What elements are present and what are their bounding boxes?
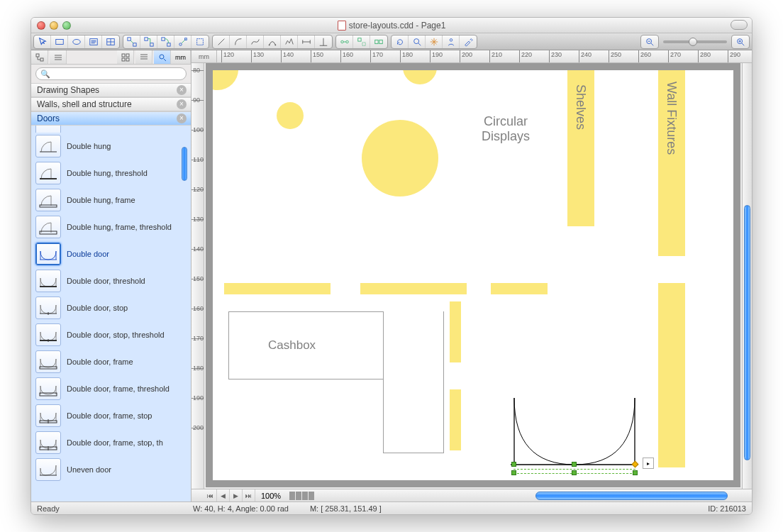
rectangle-tool[interactable] — [51, 35, 68, 48]
selection-handle[interactable] — [511, 470, 516, 475]
horizontal-scrollbar[interactable] — [318, 492, 736, 500]
vertical-ruler[interactable]: 8090100110120130140150160170180190200 — [191, 63, 204, 489]
list-view-button[interactable] — [50, 50, 67, 64]
category-drawing-shapes[interactable]: Drawing Shapes× — [31, 83, 191, 97]
arc-connector-tool[interactable] — [157, 35, 174, 48]
strip-shape[interactable] — [491, 283, 548, 294]
person-tool[interactable] — [443, 35, 460, 48]
close-icon[interactable]: × — [177, 85, 187, 95]
strip-shape[interactable] — [360, 283, 467, 294]
grid-view-button[interactable] — [117, 50, 134, 64]
shape-item[interactable] — [31, 126, 191, 133]
page-thumbs[interactable] — [289, 492, 314, 500]
selection-handle[interactable] — [572, 470, 577, 475]
detail-view-button[interactable] — [135, 50, 152, 64]
select-type-tool[interactable] — [353, 35, 370, 48]
circle-shape[interactable] — [403, 70, 437, 84]
shape-item[interactable]: Uneven door — [31, 456, 191, 483]
svg-point-36 — [450, 38, 452, 41]
shape-item[interactable]: Double hung, frame — [31, 187, 191, 214]
shape-item[interactable]: Double door, stop — [31, 294, 191, 321]
table-tool[interactable] — [102, 35, 119, 48]
zoom-in-button[interactable] — [732, 35, 749, 48]
multi-select-tool[interactable] — [370, 35, 387, 48]
smart-tag-button[interactable]: ▸ — [643, 458, 654, 469]
selection-handle[interactable] — [511, 462, 516, 467]
svg-line-43 — [742, 43, 745, 45]
pointer-tool[interactable] — [34, 35, 51, 48]
shape-thumb-icon — [35, 189, 61, 211]
pan-tool[interactable] — [426, 35, 443, 48]
search-view-button[interactable] — [154, 50, 171, 64]
shape-item[interactable]: Double door, threshold — [31, 267, 191, 294]
library-search-field[interactable]: 🔍 — [35, 67, 187, 80]
bezier-tool[interactable] — [264, 35, 281, 48]
zoom-readout[interactable]: 100% — [255, 492, 287, 500]
tree-view-button[interactable] — [31, 50, 48, 64]
page-prev-button[interactable]: ◀ — [217, 489, 230, 502]
wall-fixtures-shape[interactable] — [658, 283, 685, 467]
slider-thumb[interactable] — [689, 38, 697, 46]
crop-tool[interactable] — [191, 35, 209, 48]
strip-shape[interactable] — [450, 301, 461, 362]
horizontal-ruler[interactable]: 1201301401501601701801902002102202302402… — [217, 50, 752, 63]
zoom-out-button[interactable] — [641, 35, 658, 48]
shape-item-double-door[interactable]: Double door — [31, 240, 191, 267]
anchor-tool[interactable] — [174, 35, 191, 48]
zoom-tool[interactable] — [409, 35, 426, 48]
group-tools-segment — [335, 35, 388, 49]
circle-shape[interactable] — [213, 70, 238, 90]
shape-item[interactable]: Double door, frame — [31, 348, 191, 375]
shape-label: Double hung, threshold — [67, 169, 148, 177]
page-next-button[interactable]: ▶ — [230, 489, 243, 502]
circle-shape[interactable] — [277, 102, 304, 129]
arc-tool[interactable] — [230, 35, 247, 48]
shape-item[interactable]: Double door, frame, stop — [31, 402, 191, 429]
perpendicular-tool[interactable] — [315, 35, 332, 48]
search-input[interactable] — [53, 70, 182, 78]
svg-rect-51 — [122, 54, 125, 57]
sidebar-scrollbar[interactable] — [179, 147, 189, 253]
strip-shape[interactable] — [450, 389, 461, 450]
cashbox-shape[interactable] — [383, 311, 444, 453]
polyline-tool[interactable] — [281, 35, 298, 48]
spline-tool[interactable] — [247, 35, 264, 48]
shape-item[interactable]: Double door, frame, stop, th — [31, 429, 191, 456]
eyedropper-tool[interactable] — [460, 35, 477, 48]
shape-item[interactable]: Double hung, frame, threshold — [31, 214, 191, 240]
svg-line-19 — [218, 38, 224, 45]
smart-connector-tool[interactable] — [140, 35, 157, 48]
line-tool[interactable] — [213, 35, 230, 48]
close-icon[interactable]: × — [177, 113, 187, 123]
shape-item[interactable]: Double hung — [31, 133, 191, 160]
canvas[interactable]: Circular Displays Shelves Wall Fixtures — [204, 63, 752, 489]
selection-handle[interactable] — [633, 470, 638, 475]
category-walls[interactable]: Walls, shell and structure× — [31, 97, 191, 111]
direct-connector-tool[interactable] — [123, 35, 140, 48]
shape-item[interactable]: Double hung, threshold — [31, 160, 191, 187]
zoom-slider-group — [640, 35, 750, 49]
strip-shape[interactable] — [224, 283, 331, 294]
note-tool[interactable] — [85, 35, 102, 48]
svg-rect-52 — [126, 54, 129, 57]
wall-fixtures-label: Wall Fixtures — [664, 82, 679, 155]
page-last-button[interactable]: ⏭ — [243, 489, 255, 502]
shape-item[interactable]: Double door, frame, threshold — [31, 375, 191, 402]
vertical-scrollbar[interactable] — [742, 63, 752, 489]
select-connected-tool[interactable] — [336, 35, 353, 48]
dimension-tool[interactable] — [298, 35, 315, 48]
shape-item[interactable]: Double door, stop, threshold — [31, 321, 191, 348]
titlebar: store-layouts.cdd - Page1 — [31, 18, 752, 33]
category-doors[interactable]: Doors× — [31, 111, 191, 126]
page-first-button[interactable]: ⏮ — [204, 489, 217, 502]
zoom-slider[interactable] — [663, 40, 727, 43]
selection-handle[interactable] — [572, 462, 577, 467]
shape-label: Double hung, frame — [67, 196, 135, 204]
ellipse-tool[interactable] — [68, 35, 85, 48]
refresh-tool[interactable] — [392, 35, 409, 48]
status-id: ID: 216013 — [708, 504, 746, 513]
toolbar-toggle-button[interactable] — [731, 20, 748, 30]
circle-shape[interactable] — [362, 120, 438, 196]
close-icon[interactable]: × — [177, 99, 187, 109]
double-door-instance[interactable]: ▸ — [511, 397, 638, 475]
